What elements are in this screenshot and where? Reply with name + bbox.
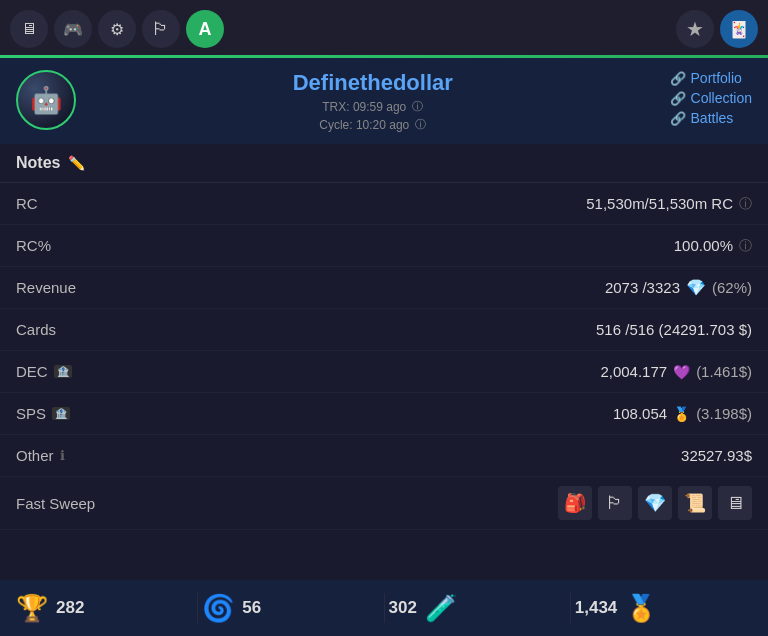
trx-info-icon[interactable]: ⓘ — [412, 99, 423, 114]
rc-row: RC 51,530m/51,530m RC ⓘ — [0, 183, 768, 225]
cycle-time: Cycle: 10:20 ago ⓘ — [90, 117, 656, 132]
sweep-icon-gem[interactable]: 💎 — [638, 486, 672, 520]
dec-value: 2,004.177 💜 (1.461$) — [600, 363, 752, 380]
sps-row: SPS 🏦 108.054 🏅 (3.198$) — [0, 393, 768, 435]
revenue-gem-icon: 💎 — [686, 278, 706, 297]
profile-section: 🤖 Definethedollar TRX: 09:59 ago ⓘ Cycle… — [0, 58, 768, 144]
rc-pct-row: RC% 100.00% ⓘ — [0, 225, 768, 267]
gamepad-icon[interactable]: 🎮 — [54, 10, 92, 48]
gear-icon[interactable]: ⚙ — [98, 10, 136, 48]
rc-pct-value: 100.00% ⓘ — [674, 237, 752, 255]
sps-gem-icon: 🏅 — [673, 406, 690, 422]
sps-value: 108.054 🏅 (3.198$) — [613, 405, 752, 422]
other-row: Other ℹ 32527.93$ — [0, 435, 768, 477]
other-label: Other ℹ — [16, 447, 65, 464]
flag-icon[interactable]: 🏳 — [142, 10, 180, 48]
cycle-info-icon[interactable]: ⓘ — [415, 117, 426, 132]
stat-divider-1 — [197, 593, 198, 623]
stat-swirl: 🌀 56 — [202, 593, 379, 624]
dec-wallet-icon: 🏦 — [54, 365, 72, 378]
stat-medal: 1,434 🏅 — [575, 593, 752, 624]
main-content: Notes ✏️ RC 51,530m/51,530m RC ⓘ RC% 100… — [0, 144, 768, 530]
profile-links: 🔗 Portfolio 🔗 Collection 🔗 Battles — [670, 70, 752, 126]
avatar: 🤖 — [16, 70, 76, 130]
stat-swirl-value: 56 — [242, 598, 261, 618]
rc-pct-info-icon[interactable]: ⓘ — [739, 237, 752, 255]
profile-info: Definethedollar TRX: 09:59 ago ⓘ Cycle: … — [90, 70, 656, 132]
fast-sweep-label: Fast Sweep — [16, 495, 95, 512]
sweep-icon-bag[interactable]: 🎒 — [558, 486, 592, 520]
other-info-icon[interactable]: ℹ — [60, 448, 65, 463]
nav-icons-group: 🖥 🎮 ⚙ 🏳 A — [10, 10, 676, 48]
sweep-icon-monitor[interactable]: 🖥 — [718, 486, 752, 520]
link-icon-battles: 🔗 — [670, 111, 686, 126]
potion-icon: 🧪 — [425, 593, 457, 624]
fast-sweep-row: Fast Sweep 🎒 🏳 💎 📜 🖥 — [0, 477, 768, 530]
rc-label: RC — [16, 195, 38, 212]
portfolio-link[interactable]: 🔗 Portfolio — [670, 70, 742, 86]
letter-a-icon[interactable]: A — [186, 10, 224, 48]
stat-medal-value: 1,434 — [575, 598, 618, 618]
bottom-stats-bar: 🏆 282 🌀 56 302 🧪 1,434 🏅 — [0, 580, 768, 636]
stat-potion: 302 🧪 — [389, 593, 566, 624]
cards-value: 516 /516 (24291.703 $) — [596, 321, 752, 338]
revenue-label: Revenue — [16, 279, 76, 296]
stat-divider-2 — [384, 593, 385, 623]
notes-label: Notes — [16, 154, 60, 172]
rc-pct-label: RC% — [16, 237, 51, 254]
cards-label: Cards — [16, 321, 56, 338]
link-icon-collection: 🔗 — [670, 91, 686, 106]
sps-wallet-icon: 🏦 — [52, 407, 70, 420]
monitor-icon[interactable]: 🖥 — [10, 10, 48, 48]
top-nav-bar: 🖥 🎮 ⚙ 🏳 A ★ 🃏 — [0, 0, 768, 58]
notes-section: Notes ✏️ — [0, 144, 768, 183]
star-icon[interactable]: ★ — [676, 10, 714, 48]
sweep-icons-group: 🎒 🏳 💎 📜 🖥 — [558, 486, 752, 520]
battles-link[interactable]: 🔗 Battles — [670, 110, 734, 126]
stat-potion-value: 302 — [389, 598, 417, 618]
sweep-icon-flag[interactable]: 🏳 — [598, 486, 632, 520]
revenue-value: 2073 /3323 💎 (62%) — [605, 278, 752, 297]
cards-row: Cards 516 /516 (24291.703 $) — [0, 309, 768, 351]
trx-time: TRX: 09:59 ago ⓘ — [90, 99, 656, 114]
stat-trophy: 🏆 282 — [16, 593, 193, 624]
other-value: 32527.93$ — [681, 447, 752, 464]
revenue-row: Revenue 2073 /3323 💎 (62%) — [0, 267, 768, 309]
notes-edit-icon[interactable]: ✏️ — [68, 155, 85, 171]
stat-trophy-value: 282 — [56, 598, 84, 618]
rc-info-icon[interactable]: ⓘ — [739, 195, 752, 213]
link-icon-portfolio: 🔗 — [670, 71, 686, 86]
profile-name: Definethedollar — [90, 70, 656, 96]
medal-icon: 🏅 — [625, 593, 657, 624]
sweep-icon-scroll[interactable]: 📜 — [678, 486, 712, 520]
card-icon[interactable]: 🃏 — [720, 10, 758, 48]
sps-label: SPS 🏦 — [16, 405, 70, 422]
stat-divider-3 — [570, 593, 571, 623]
dec-row: DEC 🏦 2,004.177 💜 (1.461$) — [0, 351, 768, 393]
dec-gem-icon: 💜 — [673, 364, 690, 380]
dec-label: DEC 🏦 — [16, 363, 72, 380]
collection-link[interactable]: 🔗 Collection — [670, 90, 752, 106]
swirl-icon: 🌀 — [202, 593, 234, 624]
trophy-icon: 🏆 — [16, 593, 48, 624]
rc-value: 51,530m/51,530m RC ⓘ — [586, 195, 752, 213]
